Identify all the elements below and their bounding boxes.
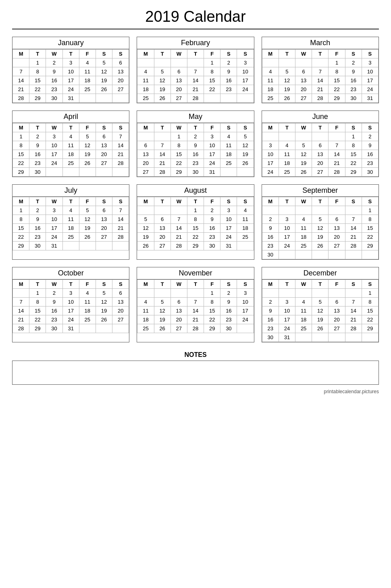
day-cell: 16 xyxy=(220,76,237,85)
day-cell: 24 xyxy=(237,315,254,324)
day-cell: 13 xyxy=(112,298,129,307)
day-cell: 7 xyxy=(345,298,362,307)
day-cell: 22 xyxy=(187,233,204,242)
day-header: S xyxy=(362,123,378,132)
day-cell xyxy=(295,333,312,342)
day-cell: 21 xyxy=(112,224,129,233)
month-block-january: JanuaryMTWTFSS12345678910111213141516171… xyxy=(12,37,129,103)
week-row: 18192021222324 xyxy=(262,85,378,94)
day-cell: 19 xyxy=(96,307,112,315)
day-cell: 30 xyxy=(187,168,204,177)
week-row: 9101112131415 xyxy=(262,307,378,315)
week-row: 2728293031 xyxy=(137,168,254,177)
month-table-november: MTWTFSS123456789101112131415161718192021… xyxy=(137,279,254,333)
week-row: 123 xyxy=(137,289,254,298)
day-cell: 9 xyxy=(220,298,237,307)
day-cell: 13 xyxy=(137,150,154,159)
day-cell: 16 xyxy=(345,76,362,85)
day-cell: 23 xyxy=(220,85,237,94)
day-header: S xyxy=(345,280,362,289)
day-header: W xyxy=(46,123,62,132)
week-row: 262728293031 xyxy=(137,242,254,250)
day-cell: 8 xyxy=(29,298,46,307)
day-header: S xyxy=(362,280,378,289)
day-cell: 8 xyxy=(13,141,29,150)
week-row: 13141516171819 xyxy=(137,150,254,159)
day-cell: 22 xyxy=(29,85,46,94)
day-cell: 30 xyxy=(46,94,62,103)
week-row: 18192021222324 xyxy=(137,315,254,324)
day-cell: 1 xyxy=(345,132,362,141)
day-cell xyxy=(345,206,362,215)
day-cell: 9 xyxy=(29,141,46,150)
day-cell: 22 xyxy=(171,159,187,168)
day-header: M xyxy=(13,197,29,206)
day-cell xyxy=(96,168,112,177)
week-row: 12 xyxy=(262,132,378,141)
week-row: 21222324252627 xyxy=(13,85,129,94)
week-row: 15161718192021 xyxy=(13,224,129,233)
day-cell xyxy=(362,333,378,342)
day-cell xyxy=(96,94,112,103)
day-cell: 26 xyxy=(96,85,112,94)
day-cell xyxy=(154,132,171,141)
day-cell: 9 xyxy=(345,67,362,76)
day-cell xyxy=(137,289,154,298)
day-cell: 20 xyxy=(171,315,187,324)
day-header: S xyxy=(237,123,254,132)
day-cell: 5 xyxy=(137,215,154,224)
day-cell: 12 xyxy=(96,67,112,76)
day-cell: 10 xyxy=(62,298,79,307)
day-cell: 29 xyxy=(29,324,46,333)
day-cell: 30 xyxy=(262,333,279,342)
day-cell: 26 xyxy=(237,159,254,168)
day-cell xyxy=(262,132,279,141)
day-cell xyxy=(279,289,295,298)
day-header: F xyxy=(79,197,96,206)
day-cell: 16 xyxy=(262,233,279,242)
day-cell: 12 xyxy=(295,150,312,159)
day-cell xyxy=(171,58,187,67)
day-cell: 29 xyxy=(29,94,46,103)
day-cell: 6 xyxy=(329,298,345,307)
day-cell: 12 xyxy=(237,141,254,150)
day-cell: 3 xyxy=(46,132,62,141)
day-header: W xyxy=(171,197,187,206)
day-cell: 10 xyxy=(362,67,378,76)
day-cell: 12 xyxy=(154,307,171,315)
month-table-december: MTWTFSS123456789101112131415161718192021… xyxy=(262,279,379,342)
day-header: T xyxy=(62,123,79,132)
day-cell: 6 xyxy=(112,58,129,67)
day-cell xyxy=(79,242,96,250)
day-cell: 6 xyxy=(137,141,154,150)
day-cell: 2 xyxy=(262,215,279,224)
day-cell xyxy=(295,206,312,215)
day-cell: 22 xyxy=(362,315,378,324)
day-cell xyxy=(220,168,237,177)
day-header: M xyxy=(262,280,279,289)
day-cell: 16 xyxy=(204,224,220,233)
week-row: 18192021222324 xyxy=(137,85,254,94)
day-cell: 27 xyxy=(112,315,129,324)
day-cell xyxy=(187,58,204,67)
day-cell: 13 xyxy=(329,224,345,233)
day-cell: 30 xyxy=(29,242,46,250)
day-cell xyxy=(329,289,345,298)
day-header: T xyxy=(187,280,204,289)
day-header: S xyxy=(96,123,112,132)
day-header: M xyxy=(137,280,154,289)
day-header: T xyxy=(29,123,46,132)
day-cell xyxy=(295,250,312,259)
week-row: 2345678 xyxy=(262,298,378,307)
week-row: 28293031 xyxy=(13,94,129,103)
day-cell: 25 xyxy=(62,233,79,242)
day-cell: 10 xyxy=(262,150,279,159)
day-cell xyxy=(262,58,279,67)
day-cell: 21 xyxy=(329,159,345,168)
day-cell: 20 xyxy=(112,76,129,85)
day-cell: 20 xyxy=(96,150,112,159)
day-cell: 15 xyxy=(362,307,378,315)
day-header: S xyxy=(362,50,378,58)
day-cell: 11 xyxy=(79,298,96,307)
notes-box[interactable] xyxy=(12,361,379,385)
